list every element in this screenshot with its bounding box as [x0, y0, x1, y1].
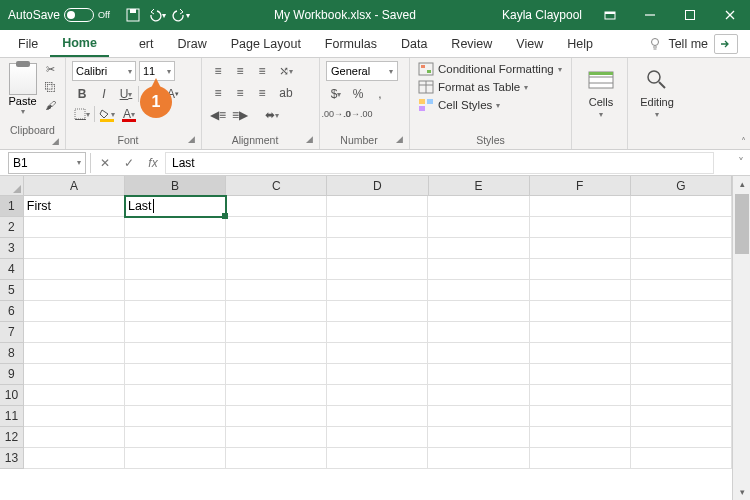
cell[interactable] — [631, 259, 732, 280]
align-right-button[interactable]: ≡ — [252, 83, 272, 103]
align-middle-button[interactable]: ≡ — [230, 61, 250, 81]
cell[interactable] — [631, 364, 732, 385]
cell[interactable] — [24, 448, 125, 469]
cell[interactable] — [125, 364, 226, 385]
cell[interactable] — [428, 322, 529, 343]
copy-button[interactable]: ⿻ — [41, 79, 59, 95]
fill-color-button[interactable]: ▾ — [97, 104, 117, 124]
row-header[interactable]: 7 — [0, 322, 24, 343]
name-box[interactable]: B1▾ — [8, 152, 86, 174]
cell[interactable] — [226, 364, 327, 385]
select-all-corner[interactable] — [0, 176, 24, 196]
cancel-edit-button[interactable]: ✕ — [93, 152, 117, 174]
cell[interactable] — [24, 238, 125, 259]
insert-function-button[interactable]: fx — [141, 152, 165, 174]
cell[interactable] — [125, 301, 226, 322]
cell[interactable] — [226, 217, 327, 238]
row-header[interactable]: 11 — [0, 406, 24, 427]
cell[interactable] — [530, 301, 631, 322]
cell[interactable] — [631, 406, 732, 427]
decrease-indent-button[interactable]: ◀≡ — [208, 105, 228, 125]
underline-button[interactable]: U▾ — [116, 84, 136, 104]
cell[interactable] — [428, 343, 529, 364]
cell[interactable] — [24, 322, 125, 343]
cell[interactable] — [530, 364, 631, 385]
cell[interactable] — [631, 448, 732, 469]
scrollbar-thumb[interactable] — [735, 194, 749, 254]
cell[interactable] — [125, 259, 226, 280]
editing-button[interactable]: Editing ▾ — [634, 61, 680, 119]
font-color-button[interactable]: A▾ — [119, 104, 139, 124]
increase-indent-button[interactable]: ≡▶ — [230, 105, 250, 125]
dialog-launcher-icon[interactable]: ◢ — [396, 134, 403, 144]
cell[interactable] — [327, 448, 428, 469]
confirm-edit-button[interactable]: ✓ — [117, 152, 141, 174]
align-bottom-button[interactable]: ≡ — [252, 61, 272, 81]
cell[interactable] — [631, 196, 732, 217]
format-as-table-button[interactable]: Format as Table▾ — [416, 79, 565, 95]
cell[interactable] — [24, 301, 125, 322]
column-header[interactable]: D — [327, 176, 428, 196]
cell[interactable] — [631, 217, 732, 238]
column-header[interactable]: E — [429, 176, 530, 196]
cell[interactable] — [226, 406, 327, 427]
cell[interactable] — [125, 406, 226, 427]
tab-draw[interactable]: Draw — [165, 30, 218, 57]
cell[interactable] — [631, 238, 732, 259]
row-header[interactable]: 4 — [0, 259, 24, 280]
redo-button[interactable]: ▾ — [172, 6, 190, 24]
cell[interactable] — [327, 343, 428, 364]
cell[interactable] — [327, 406, 428, 427]
user-name[interactable]: Kayla Claypool — [494, 8, 590, 22]
cell[interactable] — [631, 280, 732, 301]
cell[interactable] — [125, 238, 226, 259]
format-painter-button[interactable]: 🖌 — [41, 97, 59, 113]
cell[interactable] — [226, 280, 327, 301]
cell[interactable] — [226, 343, 327, 364]
number-format-select[interactable]: General▾ — [326, 61, 398, 81]
cell[interactable] — [24, 385, 125, 406]
cell[interactable] — [226, 385, 327, 406]
cell[interactable] — [125, 448, 226, 469]
column-header[interactable]: C — [226, 176, 327, 196]
cell[interactable] — [327, 238, 428, 259]
cell[interactable] — [226, 427, 327, 448]
align-center-button[interactable]: ≡ — [230, 83, 250, 103]
cell[interactable] — [530, 385, 631, 406]
align-top-button[interactable]: ≡ — [208, 61, 228, 81]
cell[interactable] — [428, 196, 529, 217]
row-header[interactable]: 13 — [0, 448, 24, 469]
tab-formulas[interactable]: Formulas — [313, 30, 389, 57]
cell[interactable] — [327, 301, 428, 322]
cell[interactable] — [24, 364, 125, 385]
tell-me[interactable]: Tell me — [668, 37, 708, 51]
row-header[interactable]: 8 — [0, 343, 24, 364]
accounting-format-button[interactable]: $▾ — [326, 84, 346, 104]
cell[interactable] — [530, 448, 631, 469]
close-button[interactable] — [710, 0, 750, 30]
column-header[interactable]: G — [631, 176, 732, 196]
font-name-select[interactable]: Calibri▾ — [72, 61, 136, 81]
maximize-button[interactable] — [670, 0, 710, 30]
merge-center-button[interactable]: ⬌▾ — [252, 105, 292, 125]
tab-page-layout[interactable]: Page Layout — [219, 30, 313, 57]
cell[interactable] — [226, 322, 327, 343]
cell[interactable] — [428, 217, 529, 238]
collapse-ribbon-button[interactable]: ˄ — [741, 136, 746, 147]
cell[interactable] — [530, 280, 631, 301]
share-button[interactable] — [714, 34, 738, 54]
cell[interactable] — [631, 343, 732, 364]
cell[interactable] — [24, 427, 125, 448]
tab-home[interactable]: Home — [50, 30, 109, 57]
row-header[interactable]: 12 — [0, 427, 24, 448]
ribbon-display-options[interactable] — [590, 0, 630, 30]
cell[interactable] — [428, 238, 529, 259]
cell[interactable] — [530, 343, 631, 364]
cell[interactable] — [530, 238, 631, 259]
tab-data[interactable]: Data — [389, 30, 439, 57]
cell[interactable] — [24, 406, 125, 427]
cell[interactable] — [125, 385, 226, 406]
cell[interactable] — [530, 406, 631, 427]
cell[interactable]: Last — [125, 196, 226, 217]
row-header[interactable]: 6 — [0, 301, 24, 322]
